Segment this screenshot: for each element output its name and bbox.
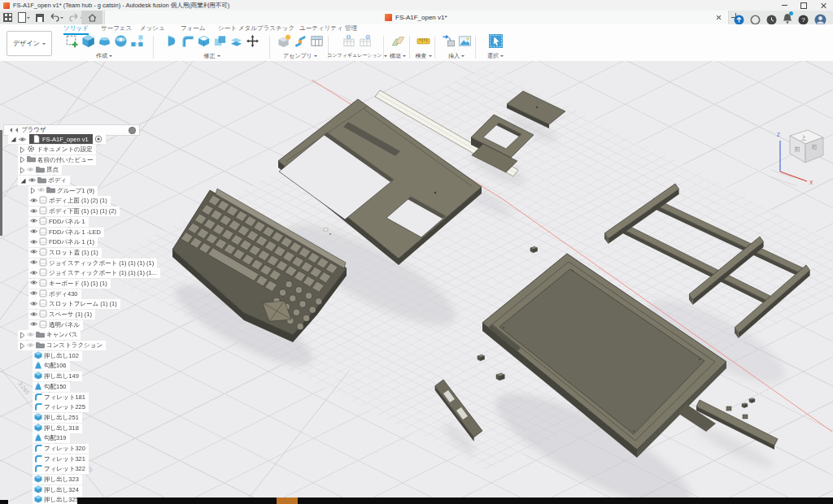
- browser-row[interactable]: 勾配150: [3, 382, 160, 393]
- ribbon-tab-3[interactable]: フォーム: [181, 24, 206, 33]
- help-icon[interactable]: ?: [798, 15, 809, 25]
- ribbon-tab-7[interactable]: 管理: [345, 24, 357, 33]
- browser-row[interactable]: ドキュメントの設定: [3, 145, 160, 155]
- inspect-dropdown[interactable]: 検査: [416, 52, 432, 60]
- joint-icon[interactable]: [294, 34, 307, 48]
- configure-dropdown[interactable]: コンフィギュレーション: [327, 52, 386, 59]
- browser-row[interactable]: 勾配319: [3, 433, 160, 444]
- small-chip-part[interactable]: [324, 228, 328, 231]
- minimize-button[interactable]: [774, 0, 794, 11]
- browser-row[interactable]: 勾配106: [3, 361, 160, 371]
- ribbon-tab-4[interactable]: シート メタル: [218, 24, 257, 33]
- browser-row[interactable]: 押し出し149: [3, 371, 160, 382]
- eye-icon[interactable]: [30, 279, 37, 288]
- browser-row[interactable]: キーボード (1) (1) (1): [3, 279, 160, 289]
- 3d-viewport[interactable]: 3.2653.325: [0, 61, 833, 504]
- close-button[interactable]: [813, 0, 833, 11]
- ribbon-tab-6[interactable]: ユーティリティ: [299, 24, 343, 33]
- browser-row[interactable]: 名前の付いたビュー: [3, 154, 160, 165]
- tab-close-icon[interactable]: [716, 15, 722, 20]
- browser-row[interactable]: 押し出し102: [3, 350, 160, 361]
- revolve-icon[interactable]: [98, 34, 111, 48]
- save-icon[interactable]: [36, 14, 44, 22]
- extrude-icon[interactable]: [81, 34, 95, 48]
- browser-row[interactable]: 押し出し251: [3, 413, 160, 424]
- browser-row[interactable]: 透明パネル: [3, 319, 160, 330]
- browser-row[interactable]: 押し出し318: [3, 423, 160, 433]
- browser-row[interactable]: フィレット225: [3, 402, 160, 413]
- construction-plane-icon[interactable]: [391, 34, 405, 48]
- browser-row[interactable]: フィレット181: [3, 392, 160, 402]
- offset-face-icon[interactable]: [229, 34, 243, 48]
- browser-root-row[interactable]: FS-A1F_open v1: [3, 134, 160, 145]
- create-sketch-icon[interactable]: [65, 34, 79, 48]
- file-menu-button[interactable]: [18, 12, 30, 23]
- eye-icon[interactable]: [30, 320, 37, 329]
- browser-row[interactable]: コンストラクション: [3, 341, 160, 351]
- shell-icon[interactable]: [197, 34, 211, 48]
- browser-row[interactable]: FDDパネル 1 -LED: [3, 227, 160, 237]
- browser-row[interactable]: FDDパネル 1: [3, 217, 160, 228]
- browser-row[interactable]: FDDパネル 1 (1): [3, 237, 160, 248]
- insert-derive-icon[interactable]: [442, 34, 456, 48]
- eye-icon[interactable]: [30, 238, 37, 247]
- insert-image-icon[interactable]: [458, 34, 472, 48]
- eye-icon[interactable]: [30, 207, 37, 216]
- browser-row[interactable]: 原点: [3, 165, 160, 176]
- eye-icon[interactable]: [30, 248, 37, 257]
- hole-icon[interactable]: [114, 34, 128, 48]
- assemble-dropdown[interactable]: アセンブリ: [283, 52, 317, 60]
- collapse-panel-icon[interactable]: [7, 128, 18, 133]
- eye-icon[interactable]: [30, 311, 37, 319]
- modify-dropdown[interactable]: 修正: [204, 52, 220, 60]
- eye-icon[interactable]: [28, 176, 36, 185]
- browser-row[interactable]: ボディ: [3, 176, 160, 186]
- browser-row[interactable]: ジョイスティックポート (1) (1) (1) (1): [3, 258, 160, 268]
- eye-icon[interactable]: [30, 228, 37, 237]
- eye-icon[interactable]: [27, 341, 34, 350]
- browser-gear-icon[interactable]: [129, 127, 136, 134]
- browser-scrollbar[interactable]: [0, 130, 2, 236]
- job-status-icon[interactable]: [734, 15, 744, 25]
- browser-row[interactable]: スペーサ (1) (1): [3, 310, 160, 320]
- view-cube[interactable]: 上 前 右 Z X: [770, 124, 833, 186]
- select-icon[interactable]: [489, 34, 503, 48]
- browser-row[interactable]: グループ1 (9): [3, 185, 160, 196]
- create-dropdown[interactable]: 作成: [96, 52, 112, 60]
- new-component-icon[interactable]: [277, 34, 291, 48]
- position-table-icon[interactable]: [310, 34, 324, 48]
- fillet-icon[interactable]: [181, 34, 194, 48]
- eye-icon[interactable]: [27, 331, 34, 340]
- browser-row[interactable]: 押し出し324: [3, 484, 160, 495]
- undo-button[interactable]: [50, 13, 63, 22]
- workspace-selector[interactable]: デザイン: [7, 31, 52, 56]
- configure-icon[interactable]: [342, 34, 356, 48]
- browser-row[interactable]: ジョイスティックポート (1) (1) (1) (1...: [3, 268, 160, 279]
- measure-icon[interactable]: [416, 34, 430, 48]
- eye-icon[interactable]: [30, 197, 37, 206]
- insert-dropdown[interactable]: 挿入: [448, 52, 464, 60]
- ribbon-tab-5[interactable]: プラスチック: [257, 24, 294, 33]
- eye-icon[interactable]: [27, 166, 34, 175]
- browser-row[interactable]: キャンバス: [3, 330, 160, 341]
- browser-row[interactable]: フィレット321: [3, 454, 160, 464]
- browser-row[interactable]: ボディ上面 (1) (2) (1): [3, 196, 160, 206]
- select-dropdown[interactable]: 選択: [487, 52, 504, 60]
- clock-icon[interactable]: [766, 15, 777, 25]
- construct-dropdown[interactable]: 構築: [390, 52, 406, 60]
- maximize-button[interactable]: [794, 0, 813, 11]
- browser-row[interactable]: フィレット320: [3, 444, 160, 454]
- data-panel-icon[interactable]: [3, 13, 12, 22]
- browser-row[interactable]: ボディ下面 (1) (1) (1) (2): [3, 206, 160, 217]
- browser-row[interactable]: 押し出し323: [3, 475, 160, 485]
- browser-row[interactable]: ボディ430: [3, 289, 160, 299]
- sync-status-icon[interactable]: [750, 15, 761, 25]
- combine-icon[interactable]: [213, 34, 227, 48]
- pattern-icon[interactable]: [130, 34, 144, 48]
- ribbon-tab-2[interactable]: メッシュ: [140, 24, 165, 33]
- browser-row[interactable]: スロット蓋 (1) (1): [3, 248, 160, 259]
- browser-row[interactable]: スロットフレーム (1) (1): [3, 299, 160, 310]
- eye-icon[interactable]: [30, 289, 37, 298]
- root-component-chip[interactable]: FS-A1F_open v1: [29, 134, 93, 144]
- eye-icon[interactable]: [30, 300, 37, 309]
